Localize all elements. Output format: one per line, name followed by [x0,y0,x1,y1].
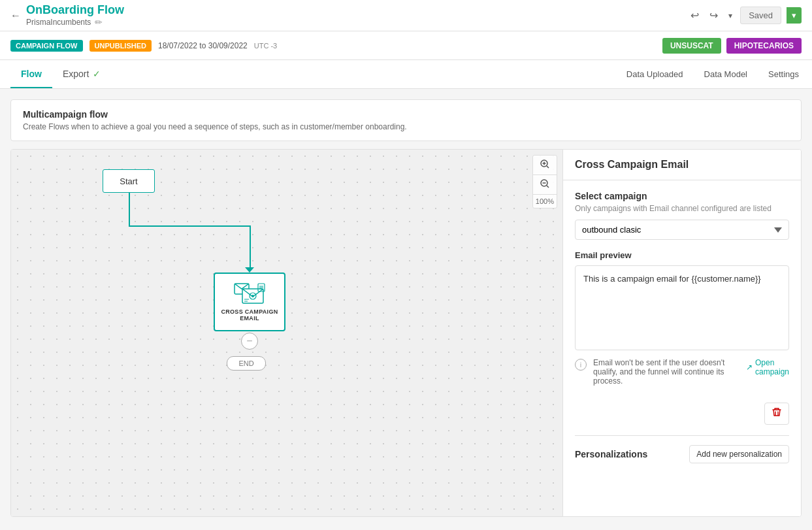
subtitle-text: PrismaIncumbents [26,18,91,27]
tab-settings[interactable]: Settings [766,61,802,87]
end-label: END [238,359,253,367]
email-preview-label: Email preview [575,250,789,260]
flow-line-vertical-2 [250,225,251,270]
info-icon: i [575,359,587,371]
add-icon: − [246,335,252,347]
subtitle-row: PrismaIncumbents ✏ [26,17,124,27]
delete-btn-row [575,403,789,425]
add-personalization-button[interactable]: Add new personalization [689,445,789,463]
unpublished-badge: UNPUBLISHED [89,40,152,52]
tab-data-model[interactable]: Data Model [702,61,750,87]
open-campaign-icon: ↗ [746,363,753,372]
flow-arrow [245,267,254,273]
flow-canvas[interactable]: 100% Start [11,150,562,516]
open-campaign-link[interactable]: ↗ Open campaign [746,358,789,376]
select-campaign-sublabel: Only campaigns with Email channel config… [575,204,789,213]
info-note: i Email won't be sent if the user doesn'… [575,358,746,386]
email-preview-box: This is a campaign email for {{customer.… [575,265,789,350]
start-label: Start [120,176,137,186]
main-panel: 100% Start [10,149,802,517]
header-right: ↩ ↪ ▾ Saved ▾ [688,7,802,24]
campaign-bar: CAMPAIGN FLOW UNPUBLISHED 18/07/2022 to … [0,31,812,60]
flow-line-horizontal [129,225,250,227]
node-icon-area [233,282,266,307]
header-left: ← OnBoarding Flow PrismaIncumbents ✏ [10,3,124,27]
nav-tabs-right: Data Uploaded Data Model Settings [624,61,802,87]
select-campaign-label: Select campaign [575,191,789,201]
banner-description: Create Flows when to achieve a goal you … [23,122,789,131]
page-title: OnBoarding Flow [26,3,124,17]
right-panel: Cross Campaign Email Select campaign Onl… [562,150,801,516]
personalizations-section: Personalizations Add new personalization [575,435,789,463]
svg-line-1 [547,166,549,168]
saved-button[interactable]: Saved [740,7,781,24]
add-step-button[interactable]: − [241,333,258,350]
personalizations-title: Personalizations [575,449,647,459]
top-header: ← OnBoarding Flow PrismaIncumbents ✏ ↩ ↪… [0,0,812,31]
content-area: Multicampaign flow Create Flows when to … [0,89,812,530]
zoom-controls: 100% [532,155,557,208]
info-note-text: Email won't be sent if the user doesn't … [593,358,746,386]
tab-data-uploaded[interactable]: Data Uploaded [624,61,686,87]
nav-tabs-left: Flow Export ✓ [10,61,111,88]
campaign-dropdown[interactable]: outbound clasic [575,220,789,240]
export-check-icon: ✓ [93,69,101,79]
history-dropdown-button[interactable]: ▾ [726,8,735,23]
banner-title: Multicampaign flow [23,109,789,120]
hipotecarios-button[interactable]: HIPOTECARIOS [726,38,802,54]
date-range-text: 18/07/2022 to 30/09/2022 [158,41,248,50]
unsuscat-button[interactable]: UNSUSCAT [662,38,721,54]
tab-export[interactable]: Export ✓ [52,61,111,88]
utc-label: UTC -3 [254,42,277,50]
flow-line-vertical-1 [129,193,130,225]
svg-line-5 [547,186,549,188]
tab-export-label: Export [63,69,89,79]
undo-button[interactable]: ↩ [688,7,702,24]
right-panel-body: Select campaign Only campaigns with Emai… [563,180,801,474]
end-node[interactable]: END [227,356,266,371]
start-node[interactable]: Start [103,169,155,193]
info-banner: Multicampaign flow Create Flows when to … [10,99,802,141]
zoom-in-button[interactable] [535,156,555,174]
campaign-bar-right: UNSUSCAT HIPOTECARIOS [662,38,802,54]
green-dropdown-button[interactable]: ▾ [787,7,802,24]
node-label: CROSS CAMPAIGN EMAIL [219,308,280,322]
cross-campaign-email-node[interactable]: CROSS CAMPAIGN EMAIL [214,273,285,331]
nav-tabs: Flow Export ✓ Data Uploaded Data Model S… [0,60,812,89]
campaign-flow-badge: CAMPAIGN FLOW [10,40,83,52]
zoom-level-label: 100% [533,195,557,208]
redo-button[interactable]: ↪ [707,7,721,24]
back-button[interactable]: ← [10,10,21,22]
tab-flow-label: Flow [21,69,42,79]
svg-point-10 [252,295,254,297]
delete-button[interactable] [764,403,789,425]
open-campaign-label: Open campaign [755,358,789,376]
email-preview-variable: {{customer.name}} [691,274,760,284]
edit-icon[interactable]: ✏ [95,17,103,27]
right-panel-title: Cross Campaign Email [563,150,801,180]
email-preview-prefix: This is a campaign email for [583,274,689,284]
zoom-out-button[interactable] [535,175,555,194]
tab-flow[interactable]: Flow [10,61,52,88]
campaign-bar-left: CAMPAIGN FLOW UNPUBLISHED 18/07/2022 to … [10,40,277,52]
title-area: OnBoarding Flow PrismaIncumbents ✏ [26,3,124,27]
